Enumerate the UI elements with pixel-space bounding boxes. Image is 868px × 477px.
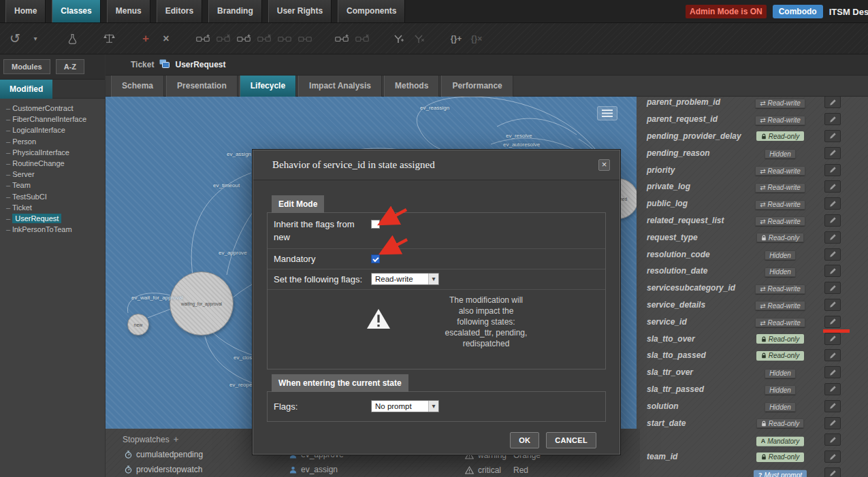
nav-tab-branding[interactable]: Branding <box>208 0 262 22</box>
edit-flags-button[interactable] <box>824 180 841 193</box>
stopwatch-item-cumulatedpending[interactable]: cumulatedpending <box>125 447 203 462</box>
sidebar-item-ticket[interactable]: Ticket <box>6 202 105 213</box>
add-lifecycle-button[interactable] <box>391 28 407 50</box>
tab-schema[interactable]: Schema <box>111 76 164 97</box>
compare-button[interactable] <box>101 28 117 50</box>
edge-label-ev-assign[interactable]: ev_assign <box>227 151 251 157</box>
nav-tab-editors[interactable]: Editors <box>157 0 202 22</box>
sidebar-item-lnkpersontoteam[interactable]: lnkPersonToTeam <box>6 224 105 235</box>
edit-flags-button[interactable] <box>824 450 841 463</box>
nav-tab-user-rights[interactable]: User Rights <box>268 0 332 22</box>
sidebar-item-routinechange[interactable]: RoutineChange <box>6 158 105 169</box>
state-new[interactable]: new <box>127 314 149 335</box>
tab-impact-analysis[interactable]: Impact Analysis <box>298 76 382 97</box>
sidebar-item-team[interactable]: Team <box>6 180 105 191</box>
tab-modified[interactable]: Modified <box>0 80 52 99</box>
edit-flags-button[interactable] <box>824 467 841 477</box>
mandatory-checkbox[interactable] <box>371 254 380 263</box>
tab-performance[interactable]: Performance <box>441 76 513 97</box>
edit-flags-button[interactable] <box>824 164 841 176</box>
edit-flags-button[interactable] <box>824 248 841 261</box>
edge-label-ev-approve[interactable]: ev_approve <box>219 250 247 256</box>
add-class-button[interactable]: + <box>138 28 154 50</box>
set-flags-select[interactable]: Read-write ▾ <box>371 273 439 285</box>
edge-label-ev-wait-for-approval[interactable]: ev_wait_for_approval <box>131 295 183 301</box>
cancel-button[interactable]: CANCEL <box>546 432 596 448</box>
edit-flags-button[interactable] <box>824 366 841 378</box>
transition-item-ev-assign[interactable]: ev_assign <box>289 462 344 477</box>
sidebar-item-label: PhysicalInterface <box>12 148 69 157</box>
highlight-item-critical[interactable]: criticalRed <box>465 463 541 477</box>
nav-tab-home[interactable]: Home <box>5 0 46 22</box>
field-flag-cell: Read-only <box>748 450 813 463</box>
edit-flags-button[interactable] <box>824 96 841 108</box>
edit-flags-button[interactable] <box>824 299 841 311</box>
edit-flags-button[interactable] <box>824 113 841 125</box>
modified-strip: Modified <box>0 80 105 99</box>
close-button[interactable]: × <box>598 159 610 171</box>
edit-flags-button[interactable] <box>824 433 841 446</box>
edge-label-ev-autoresolve[interactable]: ev_autoresolve <box>503 142 540 148</box>
highlight-code: critical <box>478 465 509 475</box>
edit-flags-button[interactable] <box>824 400 841 412</box>
sidebar-item-fiberchannelinterface[interactable]: FiberChannelInterface <box>6 114 105 125</box>
sidebar-item-customercontract[interactable]: CustomerContract <box>6 103 105 114</box>
edit-flags-button[interactable] <box>824 265 841 277</box>
undo-button[interactable]: ↺ <box>7 28 23 50</box>
entering-flags-select[interactable]: No prompt ▾ <box>371 400 439 412</box>
breadcrumb-parent[interactable]: Ticket <box>131 60 154 69</box>
edit-flags-button[interactable] <box>824 349 841 361</box>
add-preset-button[interactable]: {}+ <box>448 28 464 50</box>
tab-methods[interactable]: Methods <box>384 76 439 97</box>
nav-tab-menus[interactable]: Menus <box>107 0 150 22</box>
diagram-menu-button[interactable] <box>597 106 617 120</box>
sidebar-item-person[interactable]: Person <box>6 136 105 147</box>
tab-a-z[interactable]: A-Z <box>56 59 84 74</box>
undo-history-button[interactable]: ▾ <box>27 28 44 50</box>
edit-flags-button[interactable] <box>824 282 841 294</box>
edge-label-ev-reopen[interactable]: ev_reopen <box>229 382 255 388</box>
state-waiting-for-approval[interactable]: waiting_for_approval <box>170 272 234 335</box>
sidebar-item-logicalinterface[interactable]: LogicalInterface <box>6 125 105 135</box>
edit-flags-button[interactable] <box>824 197 841 210</box>
nav-tab-components[interactable]: Components <box>338 0 405 22</box>
field-name: sla_ttr_over <box>647 367 693 377</box>
edit-flags-button[interactable] <box>824 130 841 142</box>
sidebar-item-server[interactable]: Server <box>6 169 105 180</box>
tab-lifecycle[interactable]: Lifecycle <box>240 76 296 97</box>
sidebar-item-testsubci[interactable]: TestSubCI <box>6 191 105 202</box>
edge-label-ev-close[interactable]: ev_close <box>234 355 255 361</box>
edit-flags-button[interactable] <box>824 333 841 345</box>
edge-label-ev-timeout[interactable]: ev_timeout <box>213 182 240 188</box>
edit-flags-button[interactable] <box>824 316 841 328</box>
tab-presentation[interactable]: Presentation <box>166 76 238 97</box>
highlight-color: Red <box>513 465 528 475</box>
add-link-button[interactable] <box>236 28 252 50</box>
combodo-badge[interactable]: Combodo <box>773 5 823 18</box>
sidebar-item-userrequest[interactable]: UserRequest <box>6 213 105 224</box>
sidebar-item-label: RoutineChange <box>12 159 64 167</box>
edge-label-ev-resolve[interactable]: ev_resolve <box>506 133 532 139</box>
edit-flags-button[interactable] <box>824 147 841 159</box>
breadcrumb: Ticket UserRequest <box>106 54 868 76</box>
edit-flags-button[interactable] <box>824 214 841 227</box>
edge-label-ev-reassign[interactable]: ev_reassign <box>420 105 449 111</box>
add-field-button[interactable] <box>195 28 211 50</box>
entering-state-legend: When entering the current state <box>272 374 408 392</box>
field-row-service-details: service_details⇄Read-write <box>640 297 868 314</box>
edit-flags-button[interactable] <box>824 383 841 395</box>
ok-button[interactable]: OK <box>510 432 539 448</box>
nav-tab-classes[interactable]: Classes <box>52 0 100 22</box>
sidebar-item-physicalinterface[interactable]: PhysicalInterface <box>6 147 105 158</box>
stopwatch-item-providerstopwatch[interactable]: providerstopwatch <box>125 462 203 477</box>
edit-flags-button[interactable] <box>824 231 841 244</box>
delete-class-button[interactable]: × <box>158 28 174 50</box>
add-external-key-button[interactable] <box>334 28 350 50</box>
add-stopwatch-icon[interactable]: + <box>174 434 179 444</box>
tab-modules[interactable]: Modules <box>3 59 50 74</box>
sandbox-test-button[interactable] <box>64 28 80 50</box>
edit-flags-button[interactable] <box>824 417 841 429</box>
field-name: start_date <box>647 418 686 428</box>
person-icon <box>289 466 297 474</box>
inherit-flags-checkbox[interactable] <box>371 220 380 229</box>
